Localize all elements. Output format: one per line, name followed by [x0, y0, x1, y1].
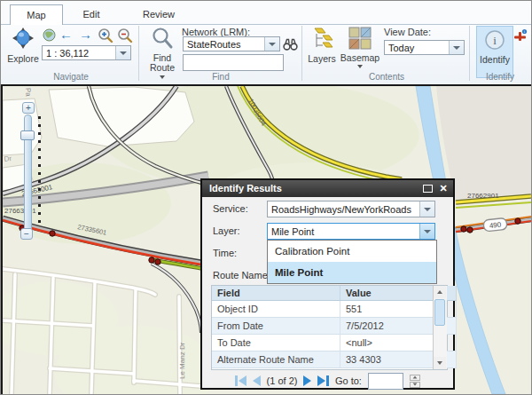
- pagination-bar: (1 of 2) Go to:: [211, 373, 444, 389]
- chevron-down-icon: [357, 65, 363, 68]
- dialog-title: Identify Results: [209, 180, 422, 197]
- layer-dropdown-button[interactable]: [419, 224, 434, 239]
- service-value: RoadsHighways/NewYorkRoads: [268, 204, 419, 215]
- layer-value: Mile Point: [268, 226, 419, 237]
- close-button[interactable]: ✕: [436, 180, 450, 197]
- goto-label: Go to:: [335, 375, 362, 386]
- zoom-slider-plus-button[interactable]: +: [22, 102, 35, 114]
- layer-combobox[interactable]: Mile Point: [267, 223, 435, 240]
- network-combobox[interactable]: StateRoutes: [183, 36, 280, 51]
- triangle-down-icon: [437, 361, 442, 365]
- view-date-dropdown-button[interactable]: [449, 41, 464, 54]
- chevron-down-icon: [453, 46, 460, 50]
- identify-button[interactable]: i Identify: [476, 26, 513, 78]
- zoom-slider-ticks: [38, 116, 41, 226]
- layers-button[interactable]: Layers: [306, 26, 338, 64]
- next-icon: [303, 375, 311, 386]
- identify-results-dialog: Identify Results ✕ Service: RoadsHighway…: [200, 178, 455, 390]
- route-label: 27662901: [467, 192, 499, 200]
- basemap-icon: [348, 26, 372, 53]
- table-header-row: Field Value: [212, 286, 457, 301]
- table-row[interactable]: From Date7/5/2012: [212, 318, 457, 335]
- zoom-in-icon[interactable]: [98, 28, 113, 47]
- back-arrow-icon[interactable]: ←: [59, 28, 73, 42]
- scale-combobox[interactable]: 1 : 36,112: [42, 45, 131, 60]
- ribbon-tab-row: Map Edit Review: [1, 1, 531, 25]
- next-page-button[interactable]: [303, 375, 311, 386]
- scale-value: 1 : 36,112: [43, 48, 115, 59]
- layer-dropdown-list: Calibration Point Mile Point: [267, 240, 437, 284]
- table-row[interactable]: Alternate Route Name33 4303: [212, 352, 457, 368]
- route-shield-490: 490: [483, 217, 507, 232]
- previous-page-button[interactable]: [253, 375, 261, 386]
- street-label: Pa: [24, 88, 32, 98]
- explore-icon: [11, 26, 35, 54]
- close-icon: ✕: [439, 183, 447, 194]
- globe-icon[interactable]: [43, 28, 56, 45]
- field-column-header[interactable]: Field: [212, 286, 340, 301]
- street-label: Le Manz Dr: [178, 342, 186, 379]
- goto-spinner[interactable]: [410, 375, 420, 388]
- maximize-button[interactable]: [422, 180, 436, 197]
- explore-button[interactable]: Explore: [5, 26, 41, 64]
- service-combobox[interactable]: RoadsHighways/NewYorkRoads: [267, 201, 435, 217]
- layers-icon: [309, 26, 334, 54]
- svg-text:490: 490: [489, 221, 502, 230]
- field-cell: Alternate Route Name: [212, 352, 340, 368]
- scale-dropdown-button[interactable]: [115, 46, 130, 59]
- binoculars-icon[interactable]: [283, 37, 298, 55]
- contents-group-label: Contents: [304, 72, 469, 82]
- chevron-down-icon: [120, 51, 127, 55]
- ribbon: Map Edit Review Explore: [1, 1, 531, 84]
- network-dropdown-button[interactable]: [264, 37, 279, 51]
- skip-first-icon: [239, 375, 246, 386]
- table-row[interactable]: Object ID551: [212, 301, 457, 318]
- zoom-slider-minus-button[interactable]: −: [20, 228, 33, 240]
- chevron-down-icon: [424, 230, 431, 233]
- basemap-button[interactable]: Basemap: [340, 26, 380, 68]
- basemap-label: Basemap: [340, 53, 379, 63]
- layer-label: Layer:: [213, 223, 240, 240]
- spinner-down-button[interactable]: [410, 382, 420, 388]
- time-label: Time:: [213, 245, 237, 262]
- scroll-up-button[interactable]: [434, 286, 446, 298]
- layers-label: Layers: [308, 54, 336, 64]
- field-cell: From Date: [212, 318, 340, 335]
- service-dropdown-button[interactable]: [419, 201, 434, 217]
- triangle-up-icon: [437, 290, 442, 294]
- scrollbar-thumb[interactable]: [434, 299, 445, 326]
- identify-icon: i: [484, 29, 505, 52]
- route-name-label: Route Name:: [213, 267, 270, 284]
- last-page-button[interactable]: [317, 375, 329, 386]
- table-row[interactable]: To Date<null>: [212, 335, 457, 352]
- dialog-titlebar[interactable]: Identify Results ✕: [202, 180, 453, 197]
- zoom-slider-handle[interactable]: [20, 130, 35, 140]
- tab-map[interactable]: Map: [10, 4, 63, 25]
- goto-page-input[interactable]: [368, 373, 403, 390]
- field-cell: To Date: [212, 335, 340, 352]
- maximize-icon: [423, 185, 433, 193]
- dropdown-option-mile-point[interactable]: Mile Point: [268, 262, 436, 283]
- spinner-up-button[interactable]: [410, 375, 420, 381]
- identify-route-tool-icon[interactable]: i: [512, 28, 528, 47]
- view-date-combobox[interactable]: Today: [384, 40, 465, 55]
- scroll-down-button[interactable]: [434, 357, 446, 369]
- tab-review[interactable]: Review: [121, 4, 196, 24]
- identify-group-label: Identify: [471, 72, 529, 82]
- first-page-button[interactable]: [235, 375, 246, 386]
- identify-table-body: Object ID551From Date7/5/2012To Date<nul…: [212, 301, 457, 368]
- zoom-slider[interactable]: + −: [19, 102, 42, 244]
- zoom-out-icon[interactable]: [117, 28, 133, 47]
- forward-arrow-icon[interactable]: →: [79, 28, 92, 42]
- find-route-icon: [151, 27, 174, 53]
- page-indicator: (1 of 2): [267, 375, 298, 386]
- navigate-group-label: Navigate: [4, 72, 137, 82]
- service-label: Service:: [213, 201, 248, 217]
- chevron-down-icon: [424, 208, 431, 211]
- route-input[interactable]: [183, 54, 284, 71]
- table-scrollbar[interactable]: [433, 286, 447, 369]
- dropdown-option-calibration-point[interactable]: Calibration Point: [268, 241, 436, 262]
- application-window: Map Edit Review Explore: [0, 0, 532, 395]
- tab-edit[interactable]: Edit: [63, 4, 120, 24]
- identify-label: Identify: [480, 55, 510, 65]
